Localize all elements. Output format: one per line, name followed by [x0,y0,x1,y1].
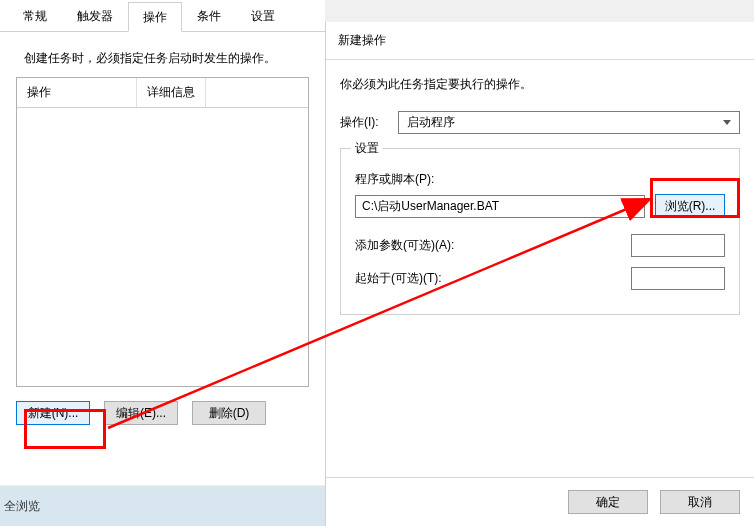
startin-input[interactable] [631,267,725,290]
edit-button[interactable]: 编辑(E)... [104,401,178,425]
delete-button[interactable]: 删除(D) [192,401,266,425]
button-row: 新建(N)... 编辑(E)... 删除(D) [0,387,325,439]
program-label: 程序或脚本(P): [355,171,725,188]
action-dropdown[interactable]: 启动程序 [398,111,740,134]
dialog-body: 你必须为此任务指定要执行的操作。 操作(I): 启动程序 设置 程序或脚本(P)… [326,60,754,477]
task-properties-panel: 常规 触发器 操作 条件 设置 创建任务时，必须指定任务启动时发生的操作。 操作… [0,0,325,485]
cancel-button[interactable]: 取消 [660,490,740,514]
tab-conditions[interactable]: 条件 [182,1,236,31]
startin-label: 起始于(可选)(T): [355,270,442,287]
bottom-strip: 全浏览 [0,486,325,526]
ok-button[interactable]: 确定 [568,490,648,514]
col-action[interactable]: 操作 [17,78,137,107]
new-button[interactable]: 新建(N)... [16,401,90,425]
args-label: 添加参数(可选)(A): [355,237,454,254]
tab-actions[interactable]: 操作 [128,2,182,32]
chevron-down-icon [723,120,731,125]
dialog-title: 新建操作 [326,22,754,59]
instruction-text: 创建任务时，必须指定任务启动时发生的操作。 [0,32,325,77]
tabs-bar: 常规 触发器 操作 条件 设置 [0,0,325,32]
settings-fieldset: 设置 程序或脚本(P): C:\启动UserManager.BAT 浏览(R).… [340,148,740,315]
program-input[interactable]: C:\启动UserManager.BAT [355,195,645,218]
actions-table[interactable]: 操作 详细信息 [16,77,309,387]
col-details[interactable]: 详细信息 [137,78,206,107]
dialog-footer: 确定 取消 [326,477,754,526]
settings-legend: 设置 [351,140,383,157]
tab-triggers[interactable]: 触发器 [62,1,128,31]
tab-settings[interactable]: 设置 [236,1,290,31]
table-header: 操作 详细信息 [17,78,308,108]
bottom-hint: 全浏览 [4,498,40,515]
tab-general[interactable]: 常规 [8,1,62,31]
program-input-value: C:\启动UserManager.BAT [362,198,499,215]
browse-button[interactable]: 浏览(R)... [655,194,725,218]
args-input[interactable] [631,234,725,257]
new-action-dialog: 新建操作 你必须为此任务指定要执行的操作。 操作(I): 启动程序 设置 程序或… [325,22,754,526]
dialog-desc: 你必须为此任务指定要执行的操作。 [340,76,740,93]
action-label: 操作(I): [340,114,398,131]
action-dropdown-value: 启动程序 [407,114,455,131]
